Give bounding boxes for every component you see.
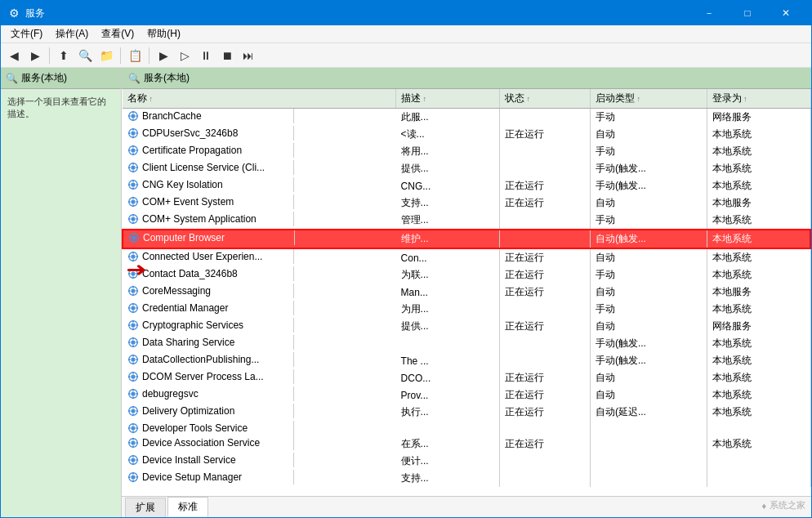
table-row[interactable]: Computer Browser维护...自动(触发...本地系统 (123, 230, 810, 248)
col-header-startup[interactable]: 启动类型 (590, 89, 707, 109)
service-list-scroll[interactable]: ➜ 名称 描述 状态 启动类型 登录为 (122, 89, 811, 496)
svg-rect-99 (132, 397, 134, 400)
table-row[interactable]: BranchCache此服...手动网络服务 (123, 109, 810, 127)
table-row[interactable]: Cryptographic Services提供...正在运行自动网络服务 (123, 318, 810, 335)
service-startup: 自动 (590, 369, 707, 386)
maximize-button[interactable]: □ (729, 1, 766, 25)
service-startup: 自动(触发... (590, 230, 707, 248)
tab-expand[interactable]: 扩展 (125, 498, 166, 517)
toolbar-up[interactable]: ⬆ (54, 46, 74, 65)
service-startup: 手动 (590, 109, 707, 127)
menu-action[interactable]: 操作(A) (49, 25, 95, 43)
table-row[interactable]: Client License Service (Cli...提供...手动(触发… (123, 160, 810, 177)
svg-point-13 (131, 148, 135, 152)
service-name: Client License Service (Cli... (142, 162, 265, 173)
service-logon: 本地系统 (707, 386, 810, 404)
service-desc: Prov... (396, 386, 500, 404)
table-row[interactable]: Credential Manager为用...手动本地系统 (123, 301, 810, 318)
toolbar-pause[interactable]: ⏸ (196, 46, 216, 65)
service-name: Device Setup Manager (142, 471, 242, 483)
svg-rect-28 (128, 184, 131, 185)
table-row[interactable]: CoreMessagingMan...正在运行自动本地服务 (123, 284, 810, 301)
table-row[interactable]: DCOM Server Process La...DCO...正在运行自动本地系… (123, 369, 810, 386)
svg-rect-11 (136, 132, 139, 134)
svg-point-121 (131, 458, 135, 462)
table-row[interactable]: Connected User Experien...Con...正在运行自动本地… (123, 248, 810, 266)
svg-rect-128 (132, 472, 134, 475)
service-desc (396, 335, 500, 352)
tab-standard[interactable]: 标准 (167, 497, 208, 517)
service-icon (127, 422, 139, 434)
table-row[interactable]: CDPUserSvc_3246b8<读...正在运行自动本地系统 (123, 126, 810, 143)
left-panel: 🔍 服务(本地) 选择一个项目来查看它的描述。 (1, 68, 122, 517)
svg-point-55 (131, 271, 135, 275)
svg-rect-104 (132, 406, 134, 409)
table-row[interactable]: debugregsvcProv...正在运行自动本地系统 (123, 386, 810, 404)
col-header-logon[interactable]: 登录为 (707, 89, 810, 109)
svg-rect-86 (132, 355, 134, 357)
toolbar-restart[interactable]: ⏭ (239, 46, 258, 65)
toolbar-play2[interactable]: ▷ (175, 46, 194, 65)
col-header-desc[interactable]: 描述 (396, 89, 500, 109)
svg-rect-53 (136, 256, 139, 257)
toolbar-folders[interactable]: 📁 (96, 46, 116, 65)
service-logon: 本地系统 (707, 248, 810, 266)
svg-point-79 (131, 340, 135, 344)
toolbar-properties[interactable]: 📋 (125, 46, 145, 65)
table-row[interactable]: Certificate Propagation将用...手动本地系统 (123, 143, 810, 160)
table-row[interactable]: Delivery Optimization执行...正在运行自动(延迟...本地… (123, 404, 810, 421)
table-row[interactable]: DataCollectionPublishing...The ...手动(触发.… (123, 352, 810, 369)
col-header-name[interactable]: 名称 (123, 89, 396, 109)
svg-rect-47 (137, 237, 140, 239)
table-row[interactable]: Device Install Service便计... (123, 453, 810, 470)
svg-rect-62 (132, 286, 134, 288)
menu-view[interactable]: 查看(V) (95, 25, 141, 43)
toolbar-play[interactable]: ▶ (154, 46, 173, 65)
service-status: 正在运行 (499, 404, 590, 421)
svg-rect-32 (132, 197, 134, 199)
svg-point-31 (131, 199, 135, 203)
svg-rect-118 (128, 442, 131, 444)
table-row[interactable]: CNG Key IsolationCNG...正在运行手动(触发...本地系统 (123, 177, 810, 194)
table-row[interactable]: Device Association Service在系...正在运行本地系统 (123, 435, 810, 453)
menu-bar: 文件(F) 操作(A) 查看(V) 帮助(H) (1, 25, 811, 43)
svg-rect-15 (132, 154, 134, 156)
service-status: 正在运行 (499, 194, 590, 212)
service-status: 正在运行 (499, 126, 590, 143)
service-status (499, 352, 590, 369)
table-row[interactable]: Device Setup Manager支持... (123, 470, 810, 487)
minimize-button[interactable]: － (690, 1, 728, 25)
table-row[interactable]: Data Sharing Service手动(触发...本地系统 (123, 335, 810, 352)
table-row[interactable]: Developer Tools Service (123, 421, 810, 435)
service-startup: 手动(触发... (590, 160, 707, 177)
svg-rect-27 (132, 188, 134, 190)
svg-rect-29 (136, 184, 139, 185)
toolbar-forward[interactable]: ▶ (25, 46, 45, 65)
service-name: Contact Data_3246b8 (142, 268, 238, 279)
service-icon (127, 179, 139, 190)
left-panel-header: 🔍 服务(本地) (1, 68, 121, 89)
col-header-status[interactable]: 状态 (499, 89, 590, 109)
menu-file[interactable]: 文件(F) (4, 25, 49, 43)
table-row[interactable]: COM+ System Application管理...手动本地系统 (123, 212, 810, 230)
service-desc: 提供... (396, 318, 500, 335)
service-status: 正在运行 (499, 318, 590, 335)
toolbar-search[interactable]: 🔍 (75, 46, 95, 65)
toolbar-stop[interactable]: ⏹ (217, 46, 237, 65)
table-row[interactable]: COM+ Event System支持...正在运行自动本地服务 (123, 194, 810, 212)
svg-rect-10 (128, 132, 131, 134)
svg-rect-92 (132, 372, 134, 374)
menu-help[interactable]: 帮助(H) (141, 25, 187, 43)
svg-rect-107 (136, 410, 139, 412)
service-name: COM+ System Application (142, 213, 257, 225)
toolbar-back[interactable]: ◀ (4, 46, 24, 65)
toolbar-separator-1 (49, 47, 50, 64)
svg-rect-74 (132, 320, 134, 323)
svg-point-109 (131, 426, 135, 430)
service-status (499, 143, 590, 160)
svg-point-85 (131, 357, 135, 361)
close-button[interactable]: ✕ (767, 1, 805, 25)
table-row[interactable]: Contact Data_3246b8为联...正在运行手动本地系统 (123, 266, 810, 284)
service-name: Developer Tools Service (142, 422, 248, 434)
service-name: DCOM Server Process La... (142, 371, 264, 382)
